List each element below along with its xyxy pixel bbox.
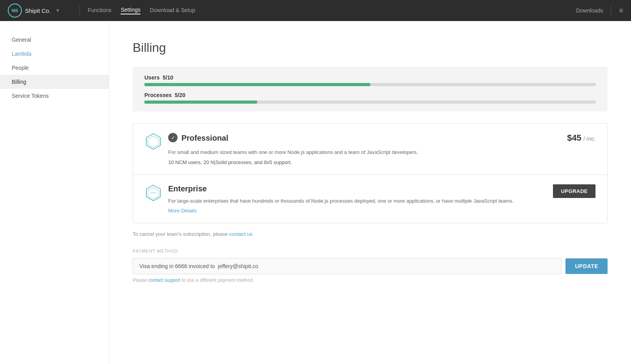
users-bar-bg [144, 83, 596, 86]
plans-card: ✓ Professional For small and medium size… [133, 123, 608, 223]
users-usage-row: Users 5/10 [144, 74, 596, 86]
users-bar-fill [144, 83, 370, 86]
nav-download-setup[interactable]: Download & Setup [150, 7, 195, 14]
lambda-link[interactable]: Lambda [12, 51, 32, 57]
professional-plan-icon [145, 133, 162, 150]
svg-marker-1 [148, 136, 159, 148]
logo-area: NIS ShipIt Co. ▼ [8, 4, 60, 18]
payment-method-label: PAYMENT METHOD [133, 249, 608, 253]
layout: General Lambda People Billing Service To… [0, 21, 631, 364]
enterprise-plan-desc: For large-scale enterprises that have hu… [168, 197, 545, 205]
sidebar-item-lambda[interactable]: Lambda [0, 47, 109, 61]
professional-price-amount: $45 [567, 133, 581, 143]
main-content: Billing Users 5/10 Processes 5/20 [109, 21, 631, 364]
processes-bar-bg [144, 101, 596, 104]
enterprise-more-details-link[interactable]: More Details [168, 208, 545, 214]
processes-usage-row: Processes 5/20 [144, 92, 596, 104]
sidebar-item-people[interactable]: People [0, 61, 109, 75]
contact-support-link[interactable]: contact support [148, 277, 180, 283]
processes-label: Processes 5/20 [144, 92, 596, 98]
topnav: NIS ShipIt Co. ▼ Functions Settings Down… [0, 0, 631, 21]
svg-marker-3 [148, 187, 159, 199]
payment-help-text: Please contact support to use a differen… [133, 277, 608, 283]
enterprise-plan-name: Enterprise [168, 184, 207, 193]
users-label: Users 5/10 [144, 74, 596, 81]
right-divider [611, 6, 611, 15]
upgrade-button[interactable]: UPGRADE [553, 184, 595, 198]
professional-plan-price: $45 / mo. [567, 133, 595, 143]
professional-plan-features: 10 NCM users, 20 N|Solid processes, and … [168, 159, 559, 165]
payment-method-section: PAYMENT METHOD UPDATE Please contact sup… [133, 249, 608, 283]
professional-plan-name: Professional [181, 134, 228, 143]
nav-settings[interactable]: Settings [121, 7, 140, 14]
nav-links: Functions Settings Download & Setup [88, 7, 195, 14]
sidebar-item-billing[interactable]: Billing [0, 75, 109, 89]
downloads-link[interactable]: Downloads [576, 7, 603, 14]
logo-icon: NIS [8, 4, 22, 18]
cancel-text: To cancel your team's subscription, plea… [133, 231, 608, 237]
nav-divider [80, 5, 80, 16]
professional-plan-desc: For small and medium sized teams with on… [168, 148, 559, 156]
topnav-right: Downloads ≡ [576, 6, 623, 15]
professional-plan-content: ✓ Professional For small and medium size… [168, 133, 559, 165]
update-payment-button[interactable]: UPDATE [565, 258, 608, 274]
company-name: ShipIt Co. [25, 7, 51, 14]
page-title: Billing [133, 41, 608, 55]
sidebar-item-service-tokens[interactable]: Service Tokens [0, 89, 109, 103]
usage-card: Users 5/10 Processes 5/20 [133, 67, 608, 111]
professional-check-icon: ✓ [168, 133, 178, 142]
hamburger-icon[interactable]: ≡ [619, 7, 623, 15]
professional-price-period: / mo. [583, 136, 595, 142]
enterprise-plan-row: Enterprise For large-scale enterprises t… [133, 175, 607, 223]
enterprise-plan-action: UPGRADE [553, 184, 595, 198]
contact-us-link[interactable]: contact us [229, 231, 252, 237]
sidebar: General Lambda People Billing Service To… [0, 21, 109, 364]
professional-plan-row: ✓ Professional For small and medium size… [133, 124, 607, 175]
processes-value: 5/20 [175, 92, 185, 98]
nav-functions[interactable]: Functions [88, 7, 112, 14]
sidebar-item-general[interactable]: General [0, 33, 109, 47]
users-value: 5/10 [163, 74, 173, 81]
enterprise-plan-icon [145, 184, 162, 201]
company-dropdown-icon[interactable]: ▼ [55, 8, 60, 13]
processes-bar-fill [144, 101, 257, 104]
payment-input[interactable] [133, 258, 562, 274]
enterprise-plan-content: Enterprise For large-scale enterprises t… [168, 184, 545, 214]
payment-row: UPDATE [133, 258, 608, 274]
